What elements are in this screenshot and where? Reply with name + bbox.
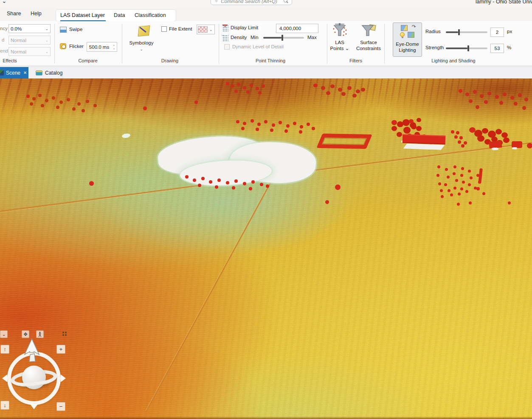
close-icon[interactable]: ✕: [23, 70, 27, 75]
arrow-up-icon: ↑: [3, 346, 6, 352]
layer-blend-combo[interactable]: Normal ⌄: [8, 36, 51, 45]
dynamic-lod-checkbox[interactable]: [224, 44, 230, 50]
compass-north-arrow[interactable]: [23, 338, 41, 363]
flicker-interval-spinner[interactable]: 500.0 ms ⌃⌄: [87, 42, 117, 52]
compass-east-notch: [61, 374, 66, 382]
density-min-label: Min: [251, 35, 259, 40]
eye-dome-lighting-icon: ↷: [400, 25, 416, 40]
display-limit-input[interactable]: 4,000,000: [276, 24, 318, 33]
tree-cluster: [26, 95, 30, 98]
plus-icon: +: [59, 346, 63, 352]
density-icon: [222, 35, 228, 42]
group-label-filters: Filters: [330, 58, 381, 63]
tab-scene[interactable]: Scene ✕: [0, 67, 28, 78]
strength-label: Strength: [425, 45, 444, 50]
feature-blend-combo[interactable]: Normal ⌄: [8, 47, 51, 56]
quick-access-chevron-icon[interactable]: ⌄: [2, 0, 7, 4]
compass-south-notch: [30, 404, 38, 409]
radius-label: Radius: [425, 29, 441, 34]
tree-cluster: [459, 89, 462, 93]
file-extent-checkbox[interactable]: [161, 26, 167, 32]
account-name[interactable]: lammy - Ohio State Unive: [476, 0, 532, 5]
scene-tab-icon: [0, 70, 4, 75]
view-tab-bar: Scene ✕ Catalog: [0, 66, 532, 78]
density-label: Density: [231, 35, 247, 40]
radius-slider[interactable]: [446, 31, 487, 33]
arrow-down-icon: ↓: [3, 402, 6, 408]
tab-catalog[interactable]: Catalog: [31, 67, 67, 78]
tab-data[interactable]: Data: [114, 12, 125, 18]
strength-slider[interactable]: [446, 47, 487, 49]
house-ground-shadow: [492, 148, 498, 150]
color-swatch: [198, 26, 208, 33]
strength-input[interactable]: 53: [490, 44, 504, 53]
tree-cluster-lake-shore: [185, 175, 189, 179]
titlebar: ⌄ ✧ Command Search (Alt+Q) lammy - Ohio …: [0, 0, 532, 8]
group-label-drawing: Drawing: [144, 58, 195, 63]
chevron-down-icon: ⌄: [45, 38, 48, 42]
surface-constraints-button[interactable]: Surface Constraints: [353, 22, 384, 57]
chevron-down-icon: ⌄: [127, 47, 155, 52]
tilt-down-button[interactable]: ↓: [0, 401, 9, 410]
tree-point: [325, 200, 329, 204]
house-ground-shadow: [512, 147, 517, 149]
scene-viewport[interactable]: ⌄ ✥ ↑ + ↓ −: [0, 78, 532, 419]
tree-cluster-lake-shore: [236, 120, 239, 123]
farmstead-tree-cluster: [469, 127, 476, 133]
tab-help[interactable]: Help: [31, 11, 42, 17]
spinner-down-icon: ⌄: [113, 47, 115, 49]
compass-west-notch: [2, 374, 7, 382]
orchard-point-grid: [437, 165, 440, 168]
chevron-down-icon: ⌄: [45, 50, 48, 54]
walk-icon: [38, 332, 42, 337]
tab-las-dataset-layer[interactable]: LAS Dataset Layer: [60, 12, 105, 18]
feature-blend-label-fragment: end: [0, 48, 8, 53]
tree-cluster: [313, 84, 318, 87]
tree-point: [194, 101, 198, 104]
search-icon[interactable]: [283, 0, 288, 4]
las-points-filter-button[interactable]: LAS Points ⌄: [329, 22, 350, 57]
ribbon-tab-row: Share Help LAS Dataset Layer Data Classi…: [0, 8, 532, 21]
tree-point: [476, 187, 480, 190]
group-label-effects: Effects: [1, 58, 19, 63]
pond-berm-ring: [316, 134, 372, 149]
transparency-combo[interactable]: 0.0% ⌄: [8, 24, 51, 33]
navigator-collapse-button[interactable]: ⌄: [0, 330, 8, 338]
las-points-funnel-icon: [332, 23, 348, 37]
chevron-down-icon: ⌄: [209, 28, 213, 32]
swipe-button[interactable]: Swipe: [69, 27, 82, 32]
tab-classification[interactable]: Classification: [135, 12, 166, 18]
display-limit-icon: [222, 25, 228, 32]
radius-unit: px: [507, 29, 512, 34]
walk-mode-button[interactable]: [36, 330, 44, 338]
barn-roof: [403, 134, 446, 145]
pan-mode-button[interactable]: ✥: [22, 330, 29, 338]
farmstead-tree-cluster: [391, 120, 397, 125]
file-extent-label: File Extent: [169, 26, 192, 31]
group-label-point-thinning: Point Thinning: [245, 58, 296, 63]
group-label-lighting: Lighting and Shading: [428, 58, 479, 63]
tilt-up-button[interactable]: ↑: [0, 345, 9, 354]
flicker-button[interactable]: Flicker: [69, 44, 84, 49]
chevron-down-icon: ⌄: [45, 27, 48, 31]
layer-blend-label-fragment: d: [2, 37, 4, 42]
zoom-out-button[interactable]: −: [56, 402, 65, 411]
tree-cluster: [226, 82, 229, 85]
density-slider[interactable]: [263, 37, 304, 39]
tab-share[interactable]: Share: [7, 11, 21, 17]
transparency-label-fragment: ncy: [0, 26, 8, 31]
pan-icon: ✥: [23, 332, 27, 337]
command-search-box[interactable]: ✧ Command Search (Alt+Q): [211, 0, 292, 5]
zoom-in-button[interactable]: +: [56, 345, 65, 354]
symbology-button[interactable]: Symbology ⌄: [127, 22, 155, 57]
radius-input[interactable]: 2: [490, 28, 504, 37]
symbology-icon: [138, 25, 150, 37]
file-extent-color-picker[interactable]: ⌄: [197, 25, 215, 34]
group-separator: [384, 24, 385, 64]
point-cloud-scanline-texture: [0, 78, 532, 419]
group-separator: [122, 24, 122, 64]
navigator-grip-icon[interactable]: [62, 331, 67, 336]
eye-dome-lighting-toggle[interactable]: ↷ Eye-Dome Lighting: [393, 22, 422, 57]
display-limit-label: Display Limit: [231, 25, 258, 30]
tree-pair: [409, 119, 414, 123]
